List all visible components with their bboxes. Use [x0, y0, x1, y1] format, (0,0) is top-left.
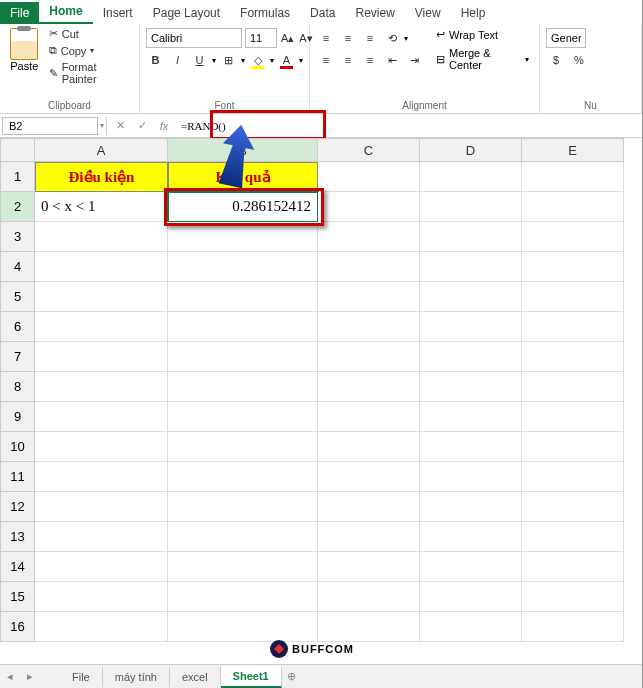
cell[interactable] [168, 342, 318, 372]
cell[interactable] [420, 282, 522, 312]
cell-d1[interactable] [420, 162, 522, 192]
row-header-10[interactable]: 10 [0, 432, 35, 462]
cell[interactable] [35, 462, 168, 492]
cell[interactable] [522, 222, 624, 252]
cell[interactable] [420, 552, 522, 582]
cell-a2[interactable]: 0 < x < 1 [35, 192, 168, 222]
align-right-button[interactable]: ≡ [360, 50, 380, 70]
tab-home[interactable]: Home [39, 0, 92, 24]
cell[interactable] [420, 402, 522, 432]
cell-a1[interactable]: Điều kiện [35, 162, 168, 192]
row-header-14[interactable]: 14 [0, 552, 35, 582]
cell[interactable] [420, 462, 522, 492]
col-header-c[interactable]: C [318, 138, 420, 162]
cell[interactable] [168, 312, 318, 342]
tab-help[interactable]: Help [451, 2, 496, 24]
sheet-tab-sheet1[interactable]: Sheet1 [221, 666, 282, 688]
fill-color-button[interactable]: ◇ [248, 50, 267, 70]
tab-formulas[interactable]: Formulas [230, 2, 300, 24]
row-header-5[interactable]: 5 [0, 282, 35, 312]
cell[interactable] [522, 252, 624, 282]
cut-button[interactable]: ✂Cut [47, 26, 133, 41]
currency-button[interactable]: $ [546, 50, 566, 70]
row-header-12[interactable]: 12 [0, 492, 35, 522]
cell[interactable] [318, 312, 420, 342]
tab-review[interactable]: Review [345, 2, 404, 24]
cell-b3[interactable] [168, 222, 318, 252]
cell[interactable] [168, 522, 318, 552]
font-color-button[interactable]: A [277, 50, 296, 70]
sheet-nav-prev[interactable]: ◂ [0, 670, 20, 683]
cell-d2[interactable] [420, 192, 522, 222]
row-header-6[interactable]: 6 [0, 312, 35, 342]
cell[interactable] [318, 612, 420, 642]
cancel-formula-button[interactable]: ✕ [109, 119, 131, 132]
sheet-tab-maytinh[interactable]: máy tính [103, 667, 170, 687]
align-top-button[interactable]: ≡ [316, 28, 336, 48]
cell[interactable] [168, 252, 318, 282]
tab-file[interactable]: File [0, 2, 39, 24]
row-header-13[interactable]: 13 [0, 522, 35, 552]
merge-center-button[interactable]: ⊟Merge & Center▾ [432, 45, 533, 73]
tab-view[interactable]: View [405, 2, 451, 24]
sheet-nav-next[interactable]: ▸ [20, 670, 40, 683]
row-header-11[interactable]: 11 [0, 462, 35, 492]
row-header-15[interactable]: 15 [0, 582, 35, 612]
cell[interactable] [168, 402, 318, 432]
underline-button[interactable]: U [190, 50, 209, 70]
cell[interactable] [522, 312, 624, 342]
italic-button[interactable]: I [168, 50, 187, 70]
cell[interactable] [168, 492, 318, 522]
cell[interactable] [522, 522, 624, 552]
cell[interactable] [522, 342, 624, 372]
cell[interactable] [420, 522, 522, 552]
orientation-button[interactable]: ⟲ [382, 28, 402, 48]
row-header-16[interactable]: 16 [0, 612, 35, 642]
cell[interactable] [420, 222, 522, 252]
fx-button[interactable]: fx [153, 120, 175, 132]
cell-c2[interactable] [318, 192, 420, 222]
cell[interactable] [522, 432, 624, 462]
sheet-tab-file[interactable]: File [60, 667, 103, 687]
cell[interactable] [318, 552, 420, 582]
cell[interactable] [35, 312, 168, 342]
select-all-corner[interactable] [0, 138, 35, 162]
cell[interactable] [420, 612, 522, 642]
cell[interactable] [168, 612, 318, 642]
cell[interactable] [522, 282, 624, 312]
cell[interactable] [522, 552, 624, 582]
align-center-button[interactable]: ≡ [338, 50, 358, 70]
cell-e2[interactable] [522, 192, 624, 222]
increase-font-button[interactable]: A▴ [280, 28, 295, 48]
cell[interactable] [35, 522, 168, 552]
cell[interactable] [318, 462, 420, 492]
cell[interactable] [35, 342, 168, 372]
cell-a3[interactable] [35, 222, 168, 252]
cell[interactable] [318, 522, 420, 552]
align-bottom-button[interactable]: ≡ [360, 28, 380, 48]
cell[interactable] [318, 492, 420, 522]
cell[interactable] [318, 372, 420, 402]
align-middle-button[interactable]: ≡ [338, 28, 358, 48]
cell[interactable] [35, 492, 168, 522]
cell[interactable] [168, 282, 318, 312]
cell[interactable] [35, 612, 168, 642]
cell[interactable] [522, 582, 624, 612]
cell[interactable] [420, 582, 522, 612]
cell[interactable] [420, 372, 522, 402]
tab-data[interactable]: Data [300, 2, 345, 24]
cell[interactable] [318, 252, 420, 282]
row-header-3[interactable]: 3 [0, 222, 35, 252]
cell[interactable] [420, 432, 522, 462]
cell[interactable] [168, 552, 318, 582]
cell[interactable] [168, 462, 318, 492]
cell[interactable] [522, 402, 624, 432]
cell[interactable] [420, 252, 522, 282]
col-header-e[interactable]: E [522, 138, 624, 162]
paste-button[interactable]: Paste [6, 26, 43, 86]
row-header-1[interactable]: 1 [0, 162, 35, 192]
cell[interactable] [35, 282, 168, 312]
cell-e1[interactable] [522, 162, 624, 192]
tab-page-layout[interactable]: Page Layout [143, 2, 230, 24]
number-format-select[interactable] [546, 28, 586, 48]
